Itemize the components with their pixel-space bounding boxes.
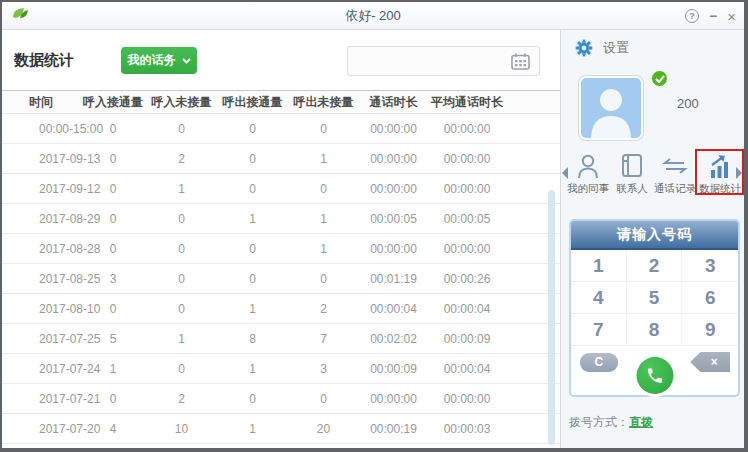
table-cell: 0 bbox=[217, 114, 288, 144]
stats-panel: 数据统计 我的话务 bbox=[2, 30, 560, 448]
nav-label: 数据统计 bbox=[699, 182, 741, 196]
table-cell: 0 bbox=[288, 114, 359, 144]
table-row[interactable]: 2017-07-2041012000:00:1900:00:03 bbox=[2, 414, 560, 444]
profile-section: 200 bbox=[579, 76, 643, 140]
table-cell: 2017-07-24 bbox=[2, 354, 80, 384]
table-cell: 8 bbox=[217, 324, 288, 354]
table-cell: 2017-08-29 bbox=[2, 204, 80, 234]
call-button[interactable] bbox=[636, 357, 673, 394]
table-cell: 2017-08-25 bbox=[2, 264, 80, 294]
table-cell: 00:00:19 bbox=[359, 414, 428, 444]
column-header: 呼入未接量 bbox=[146, 91, 217, 114]
table-row[interactable]: 2017-08-25300000:01:1900:00:26 bbox=[2, 264, 560, 294]
table-cell: 00:00:00 bbox=[359, 384, 428, 414]
column-header: 时间 bbox=[2, 91, 80, 114]
table-cell: 2017-07-20 bbox=[2, 414, 80, 444]
vertical-scrollbar[interactable] bbox=[548, 190, 555, 445]
address-book-icon bbox=[620, 153, 644, 179]
dial-mode-link[interactable]: 直拨 bbox=[629, 415, 653, 429]
nav-label: 通话记录 bbox=[654, 182, 696, 196]
dialpad-number-display[interactable]: 请输入号码 bbox=[571, 221, 738, 250]
table-cell: 00:00:05 bbox=[359, 204, 428, 234]
my-traffic-dropdown-button[interactable]: 我的话务 bbox=[121, 47, 197, 74]
dialpad-key-7[interactable]: 7 bbox=[571, 314, 627, 346]
avatar[interactable] bbox=[579, 76, 643, 140]
titlebar: 依好- 200 ? − × bbox=[2, 2, 744, 30]
table-cell: 0 bbox=[288, 174, 359, 204]
table-cell: 0 bbox=[146, 264, 217, 294]
column-header: 通话时长 bbox=[359, 91, 428, 114]
dialpad-key-6[interactable]: 6 bbox=[682, 282, 738, 314]
table-cell: 2 bbox=[288, 294, 359, 324]
table-cell: 2017-09-13 bbox=[2, 144, 80, 174]
settings-row[interactable]: 设置 bbox=[574, 38, 629, 58]
table-cell: 2017-07-25 bbox=[2, 324, 80, 354]
table-row[interactable]: 2017-08-10001200:00:0400:00:04 bbox=[2, 294, 560, 324]
table-cell: 1 bbox=[288, 144, 359, 174]
page-title: 数据统计 bbox=[14, 51, 74, 70]
extension-number: 200 bbox=[677, 96, 699, 111]
help-button[interactable]: ? bbox=[685, 9, 699, 23]
table-cell: 1 bbox=[217, 204, 288, 234]
table-row[interactable]: 2017-07-25518700:02:0200:00:09 bbox=[2, 324, 560, 354]
table-cell: 1 bbox=[146, 324, 217, 354]
calendar-icon[interactable] bbox=[511, 53, 530, 70]
table-cell: 0 bbox=[146, 234, 217, 264]
table-cell: 2017-09-12 bbox=[2, 174, 80, 204]
table-cell: 00:00:00 bbox=[359, 234, 428, 264]
column-header: 呼入接通量 bbox=[80, 91, 146, 114]
table-cell: 0 bbox=[288, 264, 359, 294]
table-cell: 00:00:05 bbox=[428, 204, 506, 234]
window-title: 依好- 200 bbox=[2, 7, 744, 25]
dialpad-key-4[interactable]: 4 bbox=[571, 282, 627, 314]
dialpad-key-9[interactable]: 9 bbox=[682, 314, 738, 346]
sidebar: 设置 200 bbox=[560, 30, 744, 448]
table-cell: 00:00:00 bbox=[428, 234, 506, 264]
table-row[interactable]: 2017-08-29001100:00:0500:00:05 bbox=[2, 204, 560, 234]
table-cell: 7 bbox=[288, 324, 359, 354]
table-cell: 0 bbox=[146, 354, 217, 384]
table-cell: 00:00:00 bbox=[359, 144, 428, 174]
table-row[interactable]: 2017-07-24101300:00:0900:00:04 bbox=[2, 354, 560, 384]
nav-item-colleagues[interactable]: 我的同事 bbox=[566, 153, 610, 196]
table-cell: 1 bbox=[288, 204, 359, 234]
dialpad-key-5[interactable]: 5 bbox=[627, 282, 683, 314]
nav-item-call-history[interactable]: 通话记录 bbox=[653, 153, 697, 196]
dialpad-backspace-button[interactable]: × bbox=[690, 352, 730, 372]
table-cell: 00:00:04 bbox=[428, 294, 506, 324]
date-range-input[interactable] bbox=[347, 46, 540, 76]
table-row[interactable]: 2017-07-21020000:00:0000:00:00 bbox=[2, 384, 560, 414]
table-cell: 00:00:00 bbox=[428, 114, 506, 144]
table-cell: 0 bbox=[217, 174, 288, 204]
window-controls: ? − × bbox=[685, 2, 736, 30]
table-cell: 00:00:09 bbox=[428, 324, 506, 354]
online-status-icon bbox=[651, 70, 668, 87]
table-row[interactable]: 2017-09-12010000:00:0000:00:00 bbox=[2, 174, 560, 204]
dialpad-key-1[interactable]: 1 bbox=[571, 250, 627, 282]
table-cell: 1 bbox=[217, 414, 288, 444]
dialpad-key-3[interactable]: 3 bbox=[682, 250, 738, 282]
table-cell: 0 bbox=[217, 234, 288, 264]
nav-scroll-right-icon[interactable] bbox=[736, 167, 742, 179]
dialpad-key-2[interactable]: 2 bbox=[627, 250, 683, 282]
nav-item-contacts[interactable]: 联系人 bbox=[610, 153, 654, 196]
table-row[interactable]: 2017-08-28000100:00:0000:00:00 bbox=[2, 234, 560, 264]
table-cell: 1 bbox=[146, 174, 217, 204]
minimize-button[interactable]: − bbox=[709, 9, 717, 23]
table-cell: 2017-08-10 bbox=[2, 294, 80, 324]
phone-handset-icon bbox=[645, 366, 664, 385]
table-row[interactable]: 00:00-15:00000000:00:0000:00:00 bbox=[2, 114, 560, 144]
column-header: 呼出接通量 bbox=[217, 91, 288, 114]
table-row[interactable]: 2017-09-13020100:00:0000:00:00 bbox=[2, 144, 560, 174]
table-cell: 00:00:00 bbox=[359, 114, 428, 144]
dial-mode-label: 拨号方式： bbox=[569, 415, 629, 429]
table-cell: 2 bbox=[146, 384, 217, 414]
column-header: 平均通话时长 bbox=[428, 91, 506, 114]
dialpad-key-8[interactable]: 8 bbox=[627, 314, 683, 346]
table-cell: 1 bbox=[217, 294, 288, 324]
close-button[interactable]: × bbox=[727, 9, 736, 24]
table-header-row: 时间呼入接通量呼入未接量呼出接通量呼出未接量通话时长平均通话时长 bbox=[2, 91, 560, 114]
dialpad-clear-button[interactable]: C bbox=[580, 353, 618, 372]
table-cell: 0 bbox=[146, 294, 217, 324]
table-cell: 00:00:26 bbox=[428, 264, 506, 294]
